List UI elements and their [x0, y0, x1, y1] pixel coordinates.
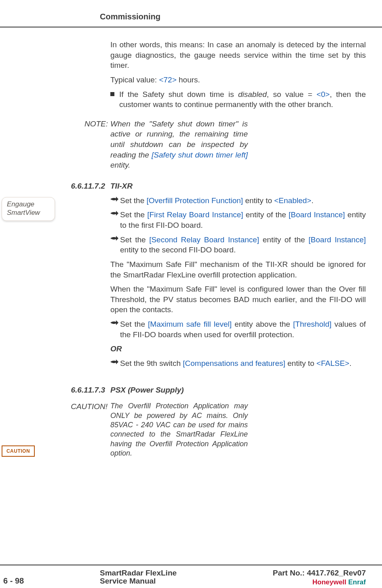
t: Set the	[120, 210, 147, 219]
intro-p2-val: <72>	[159, 76, 176, 84]
e2: [Board Instance]	[308, 235, 366, 244]
section-1-num: 6.6.11.7.2	[64, 181, 105, 191]
e: [Second Relay Board Instance]	[149, 235, 259, 244]
e: [Compensations and features]	[183, 359, 285, 368]
t: Set the	[120, 196, 147, 205]
e2: [Threshold]	[293, 320, 331, 328]
caution-label: CAUTION!	[67, 401, 108, 458]
sec1-b4: Set the [Maximum safe fill level] entity…	[110, 319, 366, 340]
sec1-p1: The "Maximum Safe Fill" mechanism of the…	[110, 259, 366, 280]
footer-brand: Honeywell Enraf	[312, 578, 366, 586]
sec1-b3-text: Set the [Second Relay Board Instance] en…	[120, 235, 366, 255]
intro-p2-post: hours.	[177, 76, 200, 84]
e2: <Enabled>	[274, 196, 311, 205]
note-post: entity.	[110, 161, 130, 169]
widget-line1: Engauge	[7, 200, 50, 208]
pointer-icon	[110, 320, 119, 340]
intro-b-val: <0>	[317, 90, 330, 99]
intro-b-pre: If the Safety shut down time is	[119, 90, 238, 99]
note-label: NOTE:	[80, 119, 108, 170]
pointer-icon	[110, 359, 119, 369]
e2: <FALSE>	[317, 359, 349, 368]
section-1-header: 6.6.11.7.2 TII-XR	[110, 181, 366, 191]
square-bullet-icon	[110, 92, 114, 96]
header-title: Commissioning	[100, 12, 160, 21]
intro-p2: Typical value: <72> hours.	[110, 75, 366, 85]
sec1-b3: Set the [Second Relay Board Instance] en…	[110, 235, 366, 255]
header-bar: Commissioning	[0, 12, 382, 27]
sec1-b5-text: Set the 9th switch [Compensations and fe…	[120, 358, 351, 369]
sec1-b4-text: Set the [Maximum safe fill level] entity…	[120, 319, 366, 340]
note-block: NOTE: When the "Safety shut down timer" …	[110, 119, 366, 170]
footer: 6 - 98 SmartRadar FlexLine Service Manua…	[0, 565, 382, 588]
footer-title-2: Service Manual	[100, 577, 156, 586]
t2: entity to	[285, 359, 317, 368]
sec1-b5: Set the 9th switch [Compensations and fe…	[110, 358, 366, 369]
intro-bullet-text: If the Safety shut down time is disabled…	[119, 89, 366, 110]
intro-b-mid: , so value =	[267, 90, 317, 99]
widget-line2: SmartView	[7, 208, 50, 217]
pointer-icon	[110, 210, 119, 230]
e: [Overfill Protection Function]	[147, 196, 243, 205]
pointer-icon	[110, 235, 119, 255]
t3: entity to the second FII-DO board.	[120, 246, 236, 254]
note-entity: [Safety shut down timer left]	[152, 151, 248, 159]
t2: entity to	[243, 196, 274, 205]
page: Commissioning Engauge SmartView CAUTION …	[0, 0, 382, 588]
sec1-b1: Set the [Overfill Protection Function] e…	[110, 195, 366, 206]
caution-text: The Overfill Protection Application may …	[110, 401, 248, 458]
widget-inner: Engauge SmartView	[2, 197, 55, 220]
sec1-p2: When the "Maximum Safe Fill" level is co…	[110, 284, 366, 315]
brand-honeywell: Honeywell	[312, 578, 346, 586]
e2: [Board Instance]	[289, 210, 345, 219]
section-1-title: TII-XR	[110, 181, 133, 191]
intro-p1: In other words, this means: In case an a…	[110, 40, 366, 71]
main-column: In other words, this means: In case an a…	[110, 40, 366, 458]
footer-partno: Part No.: 4417.762_Rev07	[273, 569, 366, 578]
pointer-icon	[110, 196, 119, 206]
t2: entity of the	[243, 210, 289, 219]
section-2-title: PSX (Power Supply)	[110, 385, 184, 395]
e: [First Relay Board Instance]	[147, 210, 243, 219]
intro-bullet: If the Safety shut down time is disabled…	[110, 89, 366, 110]
sec1-b2: Set the [First Relay Board Instance] ent…	[110, 210, 366, 230]
footer-page-num: 6 - 98	[3, 576, 24, 586]
section-2-num: 6.6.11.7.3	[64, 385, 105, 395]
e: [Maximum safe fill level]	[148, 320, 232, 328]
t: Set the 9th switch	[120, 359, 183, 368]
footer-title-1: SmartRadar FlexLine	[100, 569, 177, 578]
sec1-or: OR	[110, 344, 366, 354]
sec1-b2-text: Set the [First Relay Board Instance] ent…	[120, 210, 366, 230]
engauge-smartview-widget: Engauge SmartView	[2, 197, 55, 221]
t2: entity of the	[259, 235, 308, 244]
brand-enraf: Enraf	[346, 578, 366, 586]
t3: .	[349, 359, 351, 368]
note-text: When the "Safety shut down timer" is act…	[110, 119, 248, 170]
body-area: Engauge SmartView CAUTION In other words…	[0, 40, 382, 556]
intro-b-em: disabled	[238, 90, 267, 99]
t2: entity above the	[232, 320, 293, 328]
section-2-header: 6.6.11.7.3 PSX (Power Supply)	[110, 385, 366, 395]
caution-badge: CAUTION	[2, 445, 35, 457]
t: Set the	[120, 320, 148, 328]
caution-block: CAUTION! The Overfill Protection Applica…	[110, 401, 366, 458]
t3: .	[311, 196, 313, 205]
t: Set the	[120, 235, 149, 244]
intro-p2-pre: Typical value:	[110, 76, 159, 84]
sec1-b1-text: Set the [Overfill Protection Function] e…	[120, 195, 313, 206]
caution-badge-text: CAUTION	[6, 448, 30, 454]
